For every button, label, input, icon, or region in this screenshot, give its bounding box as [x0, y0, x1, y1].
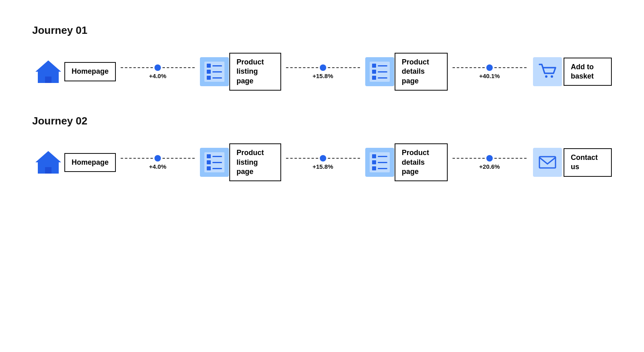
node-product-listing-2: Productlisting page [200, 143, 281, 181]
node-contact-us: Contactus [531, 146, 612, 178]
homepage-label-1: Homepage [64, 62, 116, 81]
node-product-listing-1: Productlisting page [200, 53, 281, 91]
dotted-line [286, 158, 318, 159]
cart-icon [531, 56, 564, 88]
connector-2-3: +20.6% [451, 155, 528, 170]
svg-point-3 [551, 75, 553, 78]
dotted-line [494, 158, 527, 159]
product-details-label-1: Productdetails page [395, 53, 448, 91]
connector-1-2: +15.8% [284, 64, 362, 79]
journey-2-title: Journey 02 [32, 115, 612, 127]
dotted-line [121, 158, 153, 159]
svg-point-2 [545, 75, 547, 78]
connector-pct-2-3: +20.6% [479, 163, 500, 170]
dotted-line [163, 67, 195, 68]
node-product-details-1: Productdetails page [365, 53, 448, 91]
add-to-basket-label: Add tobasket [564, 58, 612, 86]
dotted-line [453, 67, 485, 68]
list-icon-1 [200, 56, 229, 88]
connector-pct-2-2: +15.8% [313, 163, 333, 170]
journey-1: Journey 01 Homepage +4.0% [32, 24, 612, 91]
product-listing-label-2: Productlisting page [229, 143, 281, 181]
list-icon-3 [200, 146, 229, 178]
node-homepage-2: Homepage [32, 146, 116, 178]
dotted-line [163, 158, 195, 159]
connector-pct-1-3: +40.1% [479, 72, 500, 79]
home-icon-2 [32, 146, 64, 178]
connector-dot [486, 155, 493, 162]
connector-pct-1-1: +4.0% [149, 72, 167, 79]
product-listing-label-1: Productlisting page [229, 53, 281, 91]
dotted-line [328, 67, 360, 68]
connector-dot [154, 155, 161, 162]
dotted-line [286, 67, 318, 68]
connector-dot [154, 64, 161, 71]
homepage-label-2: Homepage [64, 153, 116, 172]
dotted-line [121, 67, 153, 68]
journey-2: Journey 02 Homepage +4.0% [32, 115, 612, 181]
svg-rect-1 [45, 77, 51, 83]
connector-dot [320, 155, 326, 162]
connector-2-2: +15.8% [284, 155, 362, 170]
product-details-label-2: Productdetails page [395, 143, 448, 181]
node-add-to-basket: Add tobasket [531, 56, 612, 88]
connector-2-1: +4.0% [119, 155, 196, 170]
dotted-line [494, 67, 527, 68]
contact-us-label: Contactus [564, 148, 612, 177]
envelope-icon [531, 146, 564, 178]
node-product-details-2: Productdetails page [365, 143, 448, 181]
connector-pct-1-2: +15.8% [313, 72, 333, 79]
list-icon-4 [365, 146, 395, 178]
dotted-line [453, 158, 485, 159]
dotted-line [328, 158, 360, 159]
home-icon [32, 56, 64, 88]
journey-2-flow: Homepage +4.0% Product [32, 143, 612, 181]
connector-1-1: +4.0% [119, 64, 196, 79]
node-homepage-1: Homepage [32, 56, 116, 88]
connector-1-3: +40.1% [451, 64, 528, 79]
svg-rect-5 [45, 167, 51, 174]
journey-1-flow: Homepage +4.0% Product [32, 53, 612, 91]
svg-rect-6 [539, 157, 556, 168]
list-icon-2 [365, 56, 395, 88]
journey-1-title: Journey 01 [32, 24, 612, 37]
connector-dot [486, 64, 493, 71]
connector-pct-2-1: +4.0% [149, 163, 167, 170]
connector-dot [320, 64, 326, 71]
